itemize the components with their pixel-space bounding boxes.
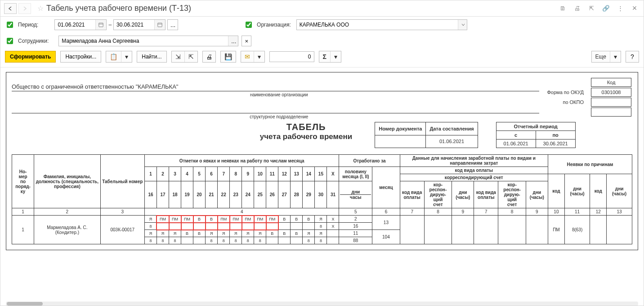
cell: Я — [254, 230, 266, 237]
employee-clear-button[interactable]: × — [242, 36, 251, 46]
find-button[interactable]: Найти... — [137, 51, 166, 63]
report-body: Общество с ограниченной ответственностью… — [6, 72, 638, 250]
cell: В — [278, 230, 291, 237]
period-checkbox[interactable] — [7, 22, 13, 28]
cell: 8 — [144, 223, 157, 230]
cell: В — [206, 216, 218, 223]
more-button[interactable]: Еще ▾ — [591, 51, 621, 63]
cell: X — [327, 216, 339, 223]
expand-collapse-button[interactable]: ⇲ ⇱ — [171, 51, 198, 63]
calendar-icon[interactable] — [95, 20, 106, 30]
coln-13: 13 — [607, 208, 632, 216]
form-button[interactable]: Сформировать — [5, 51, 56, 63]
day-26: 26 — [266, 181, 278, 208]
employees-checkbox[interactable] — [7, 38, 13, 44]
day-12: 12 — [278, 167, 291, 181]
kebab-icon[interactable]: ⋮ — [615, 3, 626, 14]
cell: Я — [157, 230, 169, 237]
cell: В — [193, 216, 206, 223]
cell — [193, 237, 206, 244]
cell — [303, 223, 315, 230]
abs-dh: 8(63) — [564, 216, 590, 244]
cell — [254, 223, 266, 230]
cell: 8 — [254, 237, 266, 244]
cell: ПМ — [230, 216, 242, 223]
print-icon[interactable]: 🖨 — [572, 3, 582, 14]
employee-more-button[interactable]: ... — [228, 36, 238, 46]
period-more-button[interactable]: ... — [167, 19, 178, 30]
sigma-icon[interactable]: Σ — [319, 51, 330, 62]
chevron-down-icon[interactable] — [458, 20, 467, 30]
h-worked-half: половину месяца (I, II) — [339, 167, 372, 181]
help-button[interactable]: ? — [626, 51, 639, 63]
expand-icon[interactable]: ⇲ — [172, 51, 184, 62]
org-input[interactable] — [297, 20, 458, 30]
nav-back-button[interactable] — [4, 3, 17, 14]
coln-4: 4 — [144, 208, 339, 216]
cell — [291, 223, 303, 230]
sigma-button[interactable]: Σ ▾ — [319, 51, 341, 63]
scrollbar-thumb[interactable] — [7, 302, 43, 306]
close-icon[interactable]: × — [629, 3, 640, 14]
okud-label: Форма по ОКУД — [547, 88, 587, 97]
day-14: 14 — [303, 167, 315, 181]
doc-date-header: Дата составления — [426, 122, 478, 135]
row-fio: Мармеладова А. С. (Кондитер.) — [34, 216, 100, 244]
h-pay-corr2: кор-респон-дирую-щийсчет — [498, 181, 526, 208]
calendar-icon[interactable] — [154, 20, 165, 30]
day-2: 2 — [157, 167, 169, 181]
date-to-input[interactable] — [114, 20, 154, 30]
cell: В — [193, 230, 206, 237]
chevron-down-icon[interactable]: ▾ — [254, 51, 264, 62]
email-split-button[interactable]: ✉ ▾ — [241, 51, 265, 63]
day-20: 20 — [193, 181, 206, 208]
cell: 8 — [218, 237, 230, 244]
nav-forward-button[interactable] — [18, 3, 31, 14]
collapse-icon[interactable]: ⇱ — [184, 51, 197, 62]
titlebar: ☆ Табель учета рабочего времени (Т-13) 🗎… — [0, 0, 644, 17]
settings-button[interactable]: Настройки... — [60, 51, 101, 63]
half-days-2: 11 — [339, 230, 372, 237]
org-checkbox[interactable] — [246, 22, 252, 28]
save-split-button[interactable]: 💾 — [220, 51, 236, 63]
save-icon[interactable]: 💾 — [221, 51, 236, 62]
cell: 8 — [157, 237, 169, 244]
day-25: 25 — [254, 181, 266, 208]
coln-7b: 7 — [474, 208, 498, 216]
abs-code2 — [590, 216, 607, 244]
chevron-down-icon[interactable]: ▾ — [121, 51, 132, 62]
more-label[interactable]: Еще — [592, 51, 610, 62]
report-save-icon[interactable]: 🗎 — [557, 3, 568, 14]
report-scroll-area[interactable]: Общество с ограниченной ответственностью… — [0, 68, 644, 306]
org-select[interactable] — [296, 19, 467, 30]
link-icon[interactable]: 🔗 — [600, 3, 611, 14]
favorite-star-icon[interactable]: ☆ — [37, 4, 44, 13]
chevron-down-icon[interactable]: ▾ — [610, 51, 621, 62]
employee-input[interactable] — [59, 36, 228, 46]
report-title: ТАБЕЛЬ — [260, 122, 352, 132]
print-button[interactable]: 🖨 — [202, 51, 216, 63]
cell: ПМ — [157, 216, 169, 223]
export-icon[interactable]: ⇱ — [586, 3, 597, 14]
email-icon[interactable]: ✉ — [241, 51, 254, 62]
cell — [157, 223, 169, 230]
clipboard-icon[interactable]: 📋 — [106, 51, 121, 62]
day-8: 8 — [230, 167, 242, 181]
cell: Я — [315, 216, 327, 223]
horizontal-scrollbar[interactable] — [6, 302, 638, 306]
coln-8: 8 — [424, 208, 452, 216]
cell: ПМ — [169, 216, 181, 223]
date-from-input[interactable] — [55, 20, 95, 30]
day-30: 30 — [315, 181, 327, 208]
day-18: 18 — [169, 181, 181, 208]
filter-row-employees: Сотрудники: ... × — [0, 33, 644, 49]
doc-date-value: 01.06.2021 — [426, 135, 478, 148]
cell: В — [291, 230, 303, 237]
month-days: 13 — [372, 216, 400, 230]
h-abs-dh2: дни(часы) — [607, 174, 632, 208]
chevron-down-icon[interactable]: ▾ — [330, 51, 341, 62]
cell: Я — [303, 230, 315, 237]
h-abs-code2: код — [590, 174, 607, 208]
page-number-input[interactable] — [269, 51, 314, 62]
paste-button[interactable]: 📋 ▾ — [106, 51, 132, 63]
